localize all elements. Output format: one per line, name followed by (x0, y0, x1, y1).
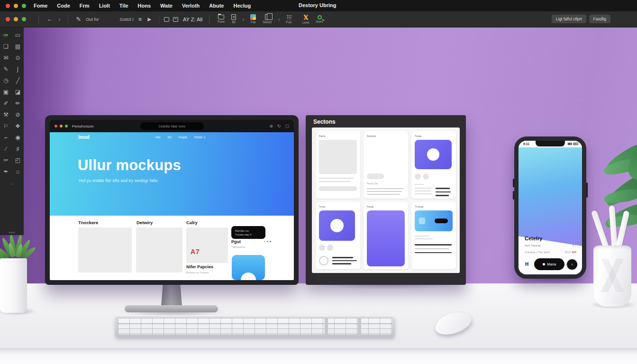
history-label: Out for (84, 17, 101, 22)
card-label: Fants (319, 135, 357, 137)
tool-scissors-icon[interactable]: ✂ (1, 155, 11, 165)
website-hero: Imod Hm Tet Feads Retoit ∨ Ullur mockups… (50, 132, 294, 216)
tool-artboard-icon[interactable]: ▭ (13, 30, 23, 40)
fac-button[interactable]: Fac (247, 11, 259, 27)
fuic-button[interactable]: Fuic (283, 11, 295, 27)
forward-button[interactable]: ‹ (55, 16, 63, 23)
tool-stamp-icon[interactable]: ✉ (1, 53, 11, 63)
keyboard-section-gap (358, 318, 361, 335)
tool-page-icon[interactable]: ❏ (1, 41, 11, 52)
tool-ink-icon[interactable]: ✒ (1, 166, 11, 177)
tool-brush-icon[interactable]: ╱ (13, 75, 23, 86)
browser-zoom-button (65, 125, 68, 127)
comment-icon[interactable] (164, 17, 169, 22)
menu-item[interactable]: Code (57, 3, 70, 9)
phone-mockup[interactable]: 9:11 Cetelry Sed Tdeartg 4 7 Crargtrg J … (514, 136, 586, 279)
news-label: Pgut (231, 239, 241, 244)
menu-item[interactable]: Hons (138, 3, 151, 9)
browser-minimize-button (60, 125, 63, 127)
soint-button[interactable]: Soint (313, 11, 327, 27)
placeholder-card (78, 228, 132, 273)
maximize-button[interactable] (22, 4, 26, 8)
menu-item[interactable]: Abute (209, 3, 224, 9)
phone-notch (536, 141, 565, 146)
setoet-button[interactable]: Setoet (259, 11, 275, 27)
minimize-button[interactable] (14, 4, 18, 8)
tool-flag-icon[interactable]: ⚐ (1, 121, 11, 131)
more-tools-icon[interactable]: ‥ (7, 178, 17, 188)
bill-button[interactable]: Bil (228, 11, 239, 27)
fasdlig-button[interactable]: Fasdlig (589, 15, 610, 23)
sections-panel-mockup[interactable]: Sectons Fants Dempts Fiend | Ge Treqa (306, 115, 466, 285)
loret-button[interactable]: Loret (299, 11, 313, 27)
footer-heading: Nifer Papcies (186, 264, 213, 269)
tool-history-icon[interactable]: ◷ (1, 75, 11, 86)
layout-icon[interactable] (173, 17, 178, 22)
light-adjust-button[interactable]: Ligt falful ctlprt (552, 15, 586, 23)
tool-lasso-icon[interactable]: ∫ (13, 64, 23, 74)
divider (38, 15, 39, 24)
chevron-right-icon: › (275, 16, 282, 23)
close-button[interactable] (6, 17, 10, 21)
list-icon[interactable]: ≡ (136, 16, 145, 23)
menu-item[interactable]: Frm (80, 3, 90, 9)
grid-dots-icon (286, 14, 292, 20)
tool-table-icon[interactable]: ▤ (13, 41, 23, 52)
website-headline: Ullur mockups (78, 157, 181, 174)
tool-hammer-icon[interactable]: ⚒ (1, 109, 11, 120)
menu-item[interactable]: Fome (34, 3, 47, 9)
pen-cup[interactable] (593, 246, 631, 307)
desk-front-edge (0, 348, 637, 364)
placeholder-line-dark (332, 257, 353, 258)
menu-item[interactable]: Tile (119, 3, 128, 9)
tool-inspect-icon[interactable]: ⊘ (13, 109, 23, 120)
tool-move-icon[interactable]: ✑ (1, 30, 11, 40)
phone-heading: Cetelry (525, 236, 542, 241)
minimize-button[interactable] (14, 17, 18, 21)
file-icon (231, 14, 236, 20)
tool-marker-icon[interactable]: ✏ (13, 98, 23, 109)
menu-item[interactable]: Heclug (233, 3, 251, 9)
tool-target-icon[interactable]: ⊙ (13, 53, 23, 63)
status-time: 9:11 (523, 142, 529, 146)
back-button[interactable]: ← (44, 16, 55, 23)
card-caption: Fiend | Ge (367, 182, 405, 185)
menu-item[interactable]: Wate (160, 3, 173, 9)
placeholder-line-dark (436, 188, 450, 189)
plant-pot-left[interactable] (0, 258, 27, 313)
website-nav-link: Tet (167, 136, 172, 139)
close-button[interactable] (6, 4, 10, 8)
card-label: Dempts (367, 135, 405, 137)
maximize-button[interactable] (22, 17, 26, 21)
pen-icon[interactable]: ✎ (73, 16, 84, 23)
keyboard-mockup[interactable] (115, 316, 395, 337)
tool-line-icon[interactable]: ∕ (1, 144, 11, 154)
website-content: Tnockere Detwiry Calry A7 Ramtiks cre Tr… (50, 216, 294, 280)
tool-frame-icon[interactable]: ◰ (13, 155, 23, 165)
files-button[interactable]: Fone (214, 11, 228, 27)
tool-pencil-icon[interactable]: ✎ (1, 64, 11, 74)
placeholder-line (415, 191, 431, 191)
folder-icon (218, 15, 224, 19)
tool-fill-icon[interactable]: ◪ (13, 87, 23, 97)
tool-arc-icon[interactable]: ⌐ (1, 132, 11, 143)
play-button[interactable]: ▶ (145, 17, 154, 22)
menu-item[interactable]: Liolt (99, 3, 110, 9)
placeholder-line (415, 188, 432, 189)
phone-action-button: › (567, 259, 577, 270)
placeholder-line (367, 194, 400, 195)
promo-line: Ramtiks cre (235, 229, 262, 233)
tool-grid-icon[interactable]: ♯ (13, 144, 23, 154)
tool-token-icon[interactable]: ◉ (13, 132, 23, 143)
indigo-tile (319, 210, 355, 241)
column-heading: Detwiry (136, 220, 153, 225)
tool-home-icon[interactable]: ⌂ (13, 166, 23, 177)
monitor-mockup[interactable]: Fletuhvoum Cetette Nae vore ⊕ ↻ ▢ Imod H… (45, 115, 299, 285)
window-icon: ▢ (285, 124, 289, 128)
section-card: Fsegt (364, 202, 408, 269)
palette-resize-handle[interactable] (9, 232, 15, 233)
tool-crop-icon[interactable]: ▣ (1, 87, 11, 97)
menu-item[interactable]: Verloth (182, 3, 200, 9)
tool-shapes-icon[interactable]: ❖ (13, 121, 23, 131)
tool-pen-icon[interactable]: ✐ (1, 98, 11, 109)
